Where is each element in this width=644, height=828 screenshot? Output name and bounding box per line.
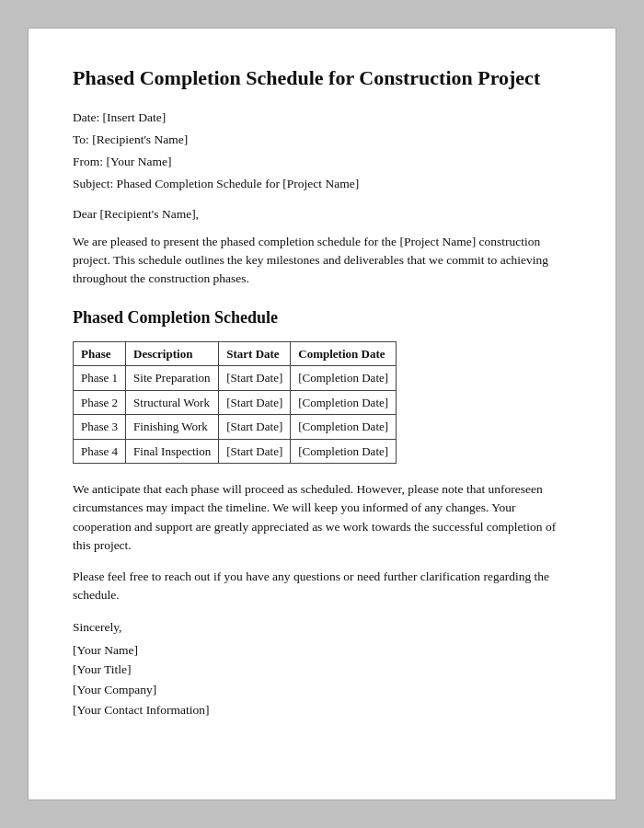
table-header-row: Phase Description Start Date Completion … [74,341,397,366]
document-container: Phased Completion Schedule for Construct… [28,28,616,800]
document-title: Phased Completion Schedule for Construct… [73,65,571,92]
signature-company: [Your Company] [73,680,571,700]
meta-to: To: [Recipient's Name] [73,131,571,149]
table-cell-r0-c1: Site Preparation [126,366,219,391]
table-row: Phase 4Final Inspection[Start Date][Comp… [74,439,397,464]
table-cell-r2-c1: Finishing Work [126,415,219,440]
table-cell-r3-c1: Final Inspection [126,439,219,464]
signature-name: [Your Name] [73,640,571,661]
table-cell-r3-c2: [Start Date] [219,439,291,464]
schedule-table: Phase Description Start Date Completion … [73,341,397,465]
section-heading: Phased Completion Schedule [73,305,571,330]
table-body: Phase 1Site Preparation[Start Date][Comp… [74,366,397,464]
body-paragraph-1: We anticipate that each phase will proce… [73,480,571,555]
meta-subject: Subject: Phased Completion Schedule for … [73,175,571,193]
table-cell-r1-c1: Structural Work [126,390,219,415]
table-cell-r0-c2: [Start Date] [219,366,291,391]
greeting-line: Dear [Recipient's Name], [73,205,571,224]
table-cell-r1-c2: [Start Date] [219,390,291,415]
table-row: Phase 3Finishing Work[Start Date][Comple… [74,415,397,440]
table-cell-r1-c3: [Completion Date] [291,390,397,415]
table-cell-r2-c2: [Start Date] [219,415,291,440]
table-cell-r2-c3: [Completion Date] [291,415,397,440]
table-row: Phase 2Structural Work[Start Date][Compl… [74,390,397,415]
meta-from: From: [Your Name] [73,153,571,171]
table-row: Phase 1Site Preparation[Start Date][Comp… [74,366,397,391]
intro-paragraph: We are pleased to present the phased com… [73,233,571,289]
closing-line: Sincerely, [73,618,571,637]
table-cell-r0-c3: [Completion Date] [291,366,397,391]
signature-block: [Your Name] [Your Title] [Your Company] … [73,640,571,719]
table-cell-r2-c0: Phase 3 [74,415,126,440]
signature-contact: [Your Contact Information] [73,700,571,720]
meta-date: Date: [Insert Date] [73,109,571,127]
table-cell-r1-c0: Phase 2 [74,390,126,415]
table-cell-r0-c0: Phase 1 [74,366,126,391]
col-header-description: Description [126,341,219,366]
col-header-completion-date: Completion Date [291,341,397,366]
table-cell-r3-c3: [Completion Date] [291,439,397,464]
signature-title: [Your Title] [73,660,571,680]
col-header-phase: Phase [74,341,126,366]
body-paragraph-2: Please feel free to reach out if you hav… [73,568,571,605]
col-header-start-date: Start Date [219,341,291,366]
table-cell-r3-c0: Phase 4 [74,439,126,464]
